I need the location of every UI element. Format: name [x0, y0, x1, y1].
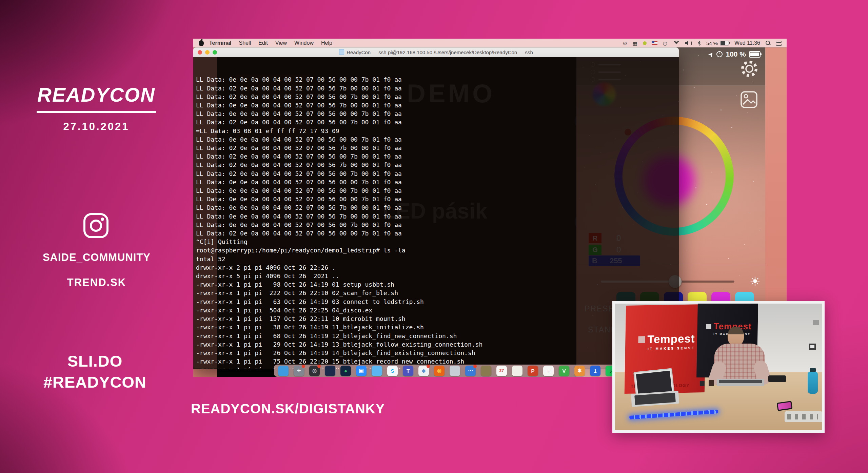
dock-icon-calendar[interactable]: 27 — [496, 366, 507, 376]
brightness-track-right[interactable] — [676, 281, 734, 283]
terminal-line: =LL Data: 03 08 01 ef ff ff 72 17 93 09 — [196, 127, 679, 135]
keyboard-grid-icon[interactable]: ▦ — [633, 41, 637, 46]
document-icon — [339, 49, 344, 55]
notification-badge — [427, 365, 430, 368]
dock-icon-messages[interactable] — [372, 366, 382, 376]
terminal-line: LL Data: 02 0e 0a 00 04 00 52 07 00 56 7… — [196, 84, 679, 92]
menu-edit[interactable]: Edit — [258, 40, 268, 46]
apple-menu-icon[interactable] — [199, 40, 204, 46]
notification-badge — [473, 365, 477, 368]
terminal-line: LL Data: 02 0e 0a 00 04 00 52 07 00 56 7… — [196, 144, 679, 152]
phone-battery-icon — [749, 51, 761, 58]
dock-icon-teams[interactable]: T — [403, 366, 413, 376]
terminal-line: LL Data: 0e 0e 0a 00 04 00 52 07 00 56 0… — [196, 135, 679, 144]
terminal-line: drwxr-xr-x 5 pi pi 4096 Oct 26 2021 .. — [196, 272, 679, 280]
terminal-line: -rwxr-xr-x 1 pi pi 504 Oct 26 22:25 04_d… — [196, 306, 679, 314]
terminal-output[interactable]: LL Data: 0e 0e 0a 00 04 00 52 07 00 56 0… — [193, 57, 679, 369]
dock-icon-onenote[interactable]: ≡ — [543, 366, 554, 376]
terminal-line: LL Data: 02 0e 0a 00 04 00 52 07 00 56 0… — [196, 169, 679, 178]
terminal-title: ReadyCon — ssh pi@192.168.100.50 /Users/… — [193, 49, 679, 55]
event-date: 27.10.2021 — [37, 121, 156, 133]
bluetooth-icon[interactable] — [697, 41, 701, 46]
battery-percent: 54 % — [706, 40, 718, 46]
tempest-tagline: IT MAKES SENSE — [648, 346, 695, 350]
battery-indicator[interactable]: 54 % — [706, 40, 729, 46]
wifi-icon[interactable] — [673, 41, 679, 45]
terminal-line: total 52 — [196, 255, 679, 263]
branding-panel: READYCON 27.10.2021 SAIDE_COMMUNITY TREN… — [0, 0, 190, 473]
terminal-line: LL Data: 0e 0e 0a 00 04 00 52 07 00 56 0… — [196, 178, 679, 186]
webcam-scene: Tempest IT MAKES SENSE TEMPEST.TECHNOLOG… — [615, 304, 822, 430]
menu-help[interactable]: Help — [321, 40, 332, 46]
volume-icon[interactable] — [685, 41, 692, 45]
small-device — [700, 381, 705, 386]
menu-view[interactable]: View — [275, 40, 287, 46]
photo-picker-icon[interactable] — [740, 91, 758, 110]
time-machine-icon[interactable]: ◷ — [663, 41, 667, 46]
dock-icon-zoom[interactable]: ▣ — [356, 366, 367, 376]
dock-icon-powerpoint[interactable]: P — [528, 366, 538, 376]
terminal-line: LL Data: 0e 0e 0a 00 04 00 52 07 00 56 7… — [196, 212, 679, 221]
power-strip — [785, 411, 822, 422]
spotlight-search-icon[interactable] — [766, 41, 770, 45]
terminal-line: LL Data: 02 0e 0a 00 04 00 52 07 00 56 0… — [196, 118, 679, 126]
dock-icon-firefox[interactable]: ◉ — [434, 366, 445, 376]
menu-window[interactable]: Window — [294, 40, 314, 46]
terminal-line: -rwxr-xr-x 1 pi pi 98 Oct 26 14:19 01_se… — [196, 280, 679, 289]
slido-label: SLI.DO — [14, 352, 176, 370]
dock-icon-webex-meetings[interactable]: ● — [340, 366, 351, 376]
menu-app-name[interactable]: Terminal — [209, 40, 232, 46]
terminal-window: ReadyCon — ssh pi@192.168.100.50 /Users/… — [193, 47, 679, 368]
dock-icon-pages[interactable] — [512, 366, 522, 376]
footer-url: READYCON.SK/DIGISTANKY — [191, 401, 385, 416]
dock-icon-system-settings[interactable]: ◎ — [309, 366, 320, 376]
tempest-logo-square-2 — [706, 324, 711, 329]
terminal-line: LL Data: 0e 0e 0a 00 04 00 52 07 00 56 7… — [196, 203, 679, 212]
stage: READYCON 27.10.2021 SAIDE_COMMUNITY TREN… — [0, 0, 868, 473]
notification-badge — [302, 365, 305, 368]
dock-icon-mail[interactable] — [450, 366, 460, 376]
dock-icon-webex[interactable] — [325, 366, 335, 376]
dock-icon-skype[interactable]: S — [387, 366, 398, 376]
webcam-feed: Tempest IT MAKES SENSE TEMPEST.TECHNOLOG… — [612, 301, 825, 433]
event-title: READYCON — [37, 83, 156, 113]
dock-icon-launchpad[interactable]: ✦ — [294, 366, 304, 376]
status-dot-icon[interactable] — [643, 41, 647, 45]
terminal-titlebar[interactable]: ReadyCon — ssh pi@192.168.100.50 /Users/… — [193, 47, 679, 57]
dock-icon-1password[interactable]: 1 — [590, 366, 600, 376]
terminal-line: ^C[i] Quitting — [196, 238, 679, 246]
input-language-flag-icon[interactable] — [652, 41, 657, 45]
phone-battery-percent: 100 % — [726, 50, 746, 58]
terminal-line: LL Data: 0e 0e 0a 00 04 00 52 07 00 56 0… — [196, 109, 679, 118]
settings-gear-icon[interactable] — [739, 59, 759, 80]
notification-badge — [317, 365, 321, 368]
control-center-icon[interactable] — [776, 41, 782, 46]
water-bottle — [808, 371, 818, 394]
dock-icon-finder[interactable] — [278, 366, 289, 376]
menu-shell[interactable]: Shell — [239, 40, 251, 46]
instagram-icon — [82, 212, 110, 241]
small-device-2 — [709, 380, 714, 386]
presenter-head — [728, 327, 744, 346]
terminal-line: -rwxr-xr-x 1 pi pi 157 Oct 26 22:11 10_m… — [196, 314, 679, 323]
terminal-line: LL Data: 02 0e 0a 00 04 00 52 07 00 56 7… — [196, 161, 679, 169]
instagram-handle-saide: SAIDE_COMMUNITY — [14, 251, 180, 264]
wall-switch — [809, 344, 816, 350]
dock-icon-asterisk-app[interactable]: ✱ — [574, 366, 585, 376]
wall-fixture — [813, 320, 819, 325]
smartphone — [768, 375, 786, 382]
dock-icon-vysor[interactable]: V — [559, 366, 569, 376]
slido-hashtag: #READYCON — [14, 373, 176, 391]
dock-icon-preview[interactable]: ◆ — [418, 366, 429, 376]
dock-icon-chat[interactable]: ⋯ — [465, 366, 476, 376]
terminal-line: LL Data: 0e 0e 0a 00 04 00 52 07 00 56 0… — [196, 221, 679, 229]
terminal-line: LL Data: 0e 0e 0a 00 04 00 52 07 00 56 0… — [196, 195, 679, 203]
focus-mode-icon[interactable]: ⊘ — [623, 41, 627, 46]
phone-status-bar: 100 % — [709, 50, 761, 58]
dock-icon-notes[interactable] — [481, 366, 491, 376]
terminal-line: LL Data: 02 0e 0a 00 04 00 52 07 00 56 0… — [196, 92, 679, 101]
menubar-clock: Wed 11:36 — [734, 40, 760, 46]
terminal-line: root@raspberrypi:/home/pi/readycon/demo1… — [196, 246, 679, 254]
terminal-line: LL Data: 0e 0e 0a 00 04 00 52 07 00 56 7… — [196, 101, 679, 109]
terminal-line: -rwxr-xr-x 1 pi pi 26 Oct 26 14:19 14_bt… — [196, 349, 679, 357]
